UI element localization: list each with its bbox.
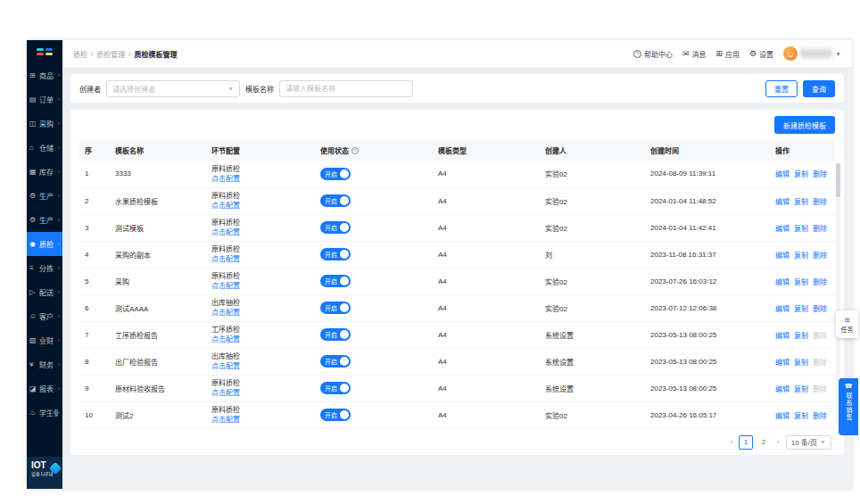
status-toggle[interactable]: 开启 [320,409,351,421]
sidebar-item-inventory[interactable]: ▦库存› [27,160,62,184]
status-toggle[interactable]: 开启 [320,194,351,207]
copy-link[interactable]: 复制 [794,170,808,178]
configure-link[interactable]: 点击配置 [211,361,310,371]
cell-template-name: 测试模板 [110,214,206,241]
copy-link[interactable]: 复制 [794,225,808,233]
page-number-2[interactable]: 2 [757,435,771,450]
cell-stage-config: 原料质检点击配置 [206,214,315,241]
column-header: 模板名称 [110,139,206,161]
sidebar-item-delivery[interactable]: ▷配送› [27,280,62,304]
table-row: 13333原料质检点击配置开启A4实验022024-08-09 11:39:11… [79,161,835,187]
configure-link[interactable]: 点击配置 [211,388,310,398]
edit-link[interactable]: 编辑 [775,412,790,420]
template-name-input[interactable] [279,80,413,97]
edit-link[interactable]: 编辑 [775,252,790,260]
sidebar-item-business-finance[interactable]: ▧业财› [27,328,62,352]
cell-template-name: 测试2 [110,401,206,428]
copy-link[interactable]: 复制 [794,305,808,313]
sorting-icon: ≡ [29,264,37,272]
status-toggle[interactable]: 开启 [320,328,351,341]
sidebar-item-warehouse[interactable]: ⌂仓储› [27,136,62,160]
copy-link[interactable]: 复制 [794,385,808,393]
edit-link[interactable]: 编辑 [775,359,790,367]
status-toggle[interactable]: 开启 [320,168,351,180]
toggle-label: 开启 [325,330,337,339]
table-row: 3测试模板原料质检点击配置开启A4实验022024-01-04 11:42:41… [79,214,835,241]
configure-link[interactable]: 点击配置 [211,227,310,237]
quality-icon: ◉ [29,240,37,248]
apps-button[interactable]: ⊞ 应用 [715,49,740,59]
delete-link[interactable]: 删除 [813,252,827,260]
copy-link[interactable]: 复制 [794,278,808,286]
configure-link[interactable]: 点击配置 [211,308,310,318]
breadcrumb-item[interactable]: 质检管理 [96,49,125,59]
search-button[interactable]: 查询 [803,80,835,97]
edit-link[interactable]: 编辑 [775,225,790,233]
sidebar-item-orders[interactable]: ▤订单› [27,87,62,112]
sidebar-item-production-2[interactable]: ⚙生产› [27,208,62,232]
help-tooltip-icon[interactable]: ? [351,147,359,154]
sidebar-item-goods[interactable]: ⊞商品› [27,63,62,87]
help-center-button[interactable]: ? 帮助中心 [633,49,673,59]
configure-link[interactable]: 点击配置 [211,254,310,264]
delete-link[interactable]: 删除 [813,412,827,420]
cell-index: 2 [79,187,110,214]
task-float-button[interactable]: ≋ 任务 [836,310,858,338]
copy-link[interactable]: 复制 [794,198,808,206]
toggle-label: 开启 [325,196,337,205]
copy-link[interactable]: 复制 [794,332,808,340]
settings-button[interactable]: ⚙ 设置 [749,49,773,59]
scrollbar-thumb[interactable] [836,163,840,197]
configure-link[interactable]: 点击配置 [211,335,310,344]
sidebar-item-purchase[interactable]: ◫采购› [27,112,62,136]
reset-button[interactable]: 重置 [765,80,798,97]
next-page-button[interactable]: › [775,438,781,446]
sidebar-item-production-1[interactable]: ⚙生产› [27,184,62,208]
status-toggle[interactable]: 开启 [320,382,351,394]
status-toggle[interactable]: 开启 [320,355,351,368]
copy-link[interactable]: 复制 [794,252,808,260]
messages-button[interactable]: ✉ 消息 [682,49,707,59]
sidebar-item-quality[interactable]: ◉质检› [27,232,62,256]
status-toggle[interactable]: 开启 [320,302,351,314]
delete-link[interactable]: 删除 [813,278,827,286]
configure-link[interactable]: 点击配置 [211,201,310,211]
copy-link[interactable]: 复制 [794,359,808,367]
configure-link[interactable]: 点击配置 [211,415,310,425]
edit-link[interactable]: 编辑 [775,305,790,313]
user-menu[interactable]: ☺ ▼ [783,46,841,61]
configure-link[interactable]: 点击配置 [211,174,310,184]
status-toggle[interactable]: 开启 [320,221,351,234]
delete-link[interactable]: 删除 [813,225,827,233]
creator-select[interactable]: 请选择创建者 ▼ [106,80,240,97]
page-size-select[interactable]: 10 条/页 ▼ [786,435,831,450]
edit-link[interactable]: 编辑 [775,198,790,206]
configure-link[interactable]: 点击配置 [211,281,310,291]
brand-logo[interactable] [27,40,62,63]
contact-sales-button[interactable]: ☎ 联系销售 [839,378,858,435]
edit-link[interactable]: 编辑 [775,332,790,340]
copy-link[interactable]: 复制 [794,412,808,420]
delete-link[interactable]: 删除 [813,198,827,206]
sidebar-item-label: 业财 [39,335,58,345]
cell-template-type: A4 [433,294,540,321]
delete-link[interactable]: 删除 [813,170,827,178]
edit-link[interactable]: 编辑 [775,385,790,393]
edit-link[interactable]: 编辑 [775,170,790,178]
new-template-button[interactable]: 新建质检模板 [774,116,835,134]
edit-link[interactable]: 编辑 [775,278,790,286]
column-header: 环节配置 [206,139,315,161]
status-toggle[interactable]: 开启 [320,248,351,260]
cell-actions: 编辑复制删除 [770,348,835,375]
sidebar-item-reports[interactable]: ◪报表› [27,376,62,401]
sidebar-item-finance[interactable]: ¥财务› [27,352,62,376]
page-number-1[interactable]: 1 [739,435,753,450]
delete-link[interactable]: 删除 [813,305,827,313]
prev-page-button[interactable]: ‹ [728,438,734,446]
top-header: 质检/质检管理/质检模板管理 ? 帮助中心 ✉ 消息 ⊞ 应用 ⚙ 设置 ☺ ▼ [62,40,852,67]
sidebar-item-student-meals[interactable]: ♨学生餐› [27,401,62,425]
sidebar-item-customers[interactable]: ☺客户› [27,304,62,328]
breadcrumb-item[interactable]: 质检 [73,49,87,59]
status-toggle[interactable]: 开启 [320,275,351,287]
sidebar-item-sorting[interactable]: ≡分拣› [27,256,62,280]
